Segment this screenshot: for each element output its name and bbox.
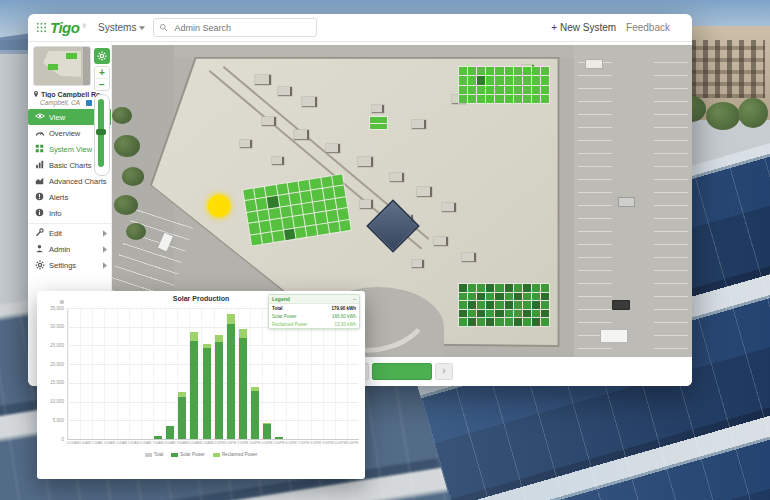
pv-module[interactable] bbox=[495, 301, 503, 309]
pv-module[interactable] bbox=[514, 318, 522, 326]
map-settings-button[interactable] bbox=[94, 48, 110, 64]
pv-module[interactable] bbox=[477, 67, 485, 75]
pv-module[interactable] bbox=[514, 310, 522, 318]
systems-dropdown[interactable]: Systems bbox=[98, 22, 145, 33]
pv-module[interactable] bbox=[477, 284, 485, 292]
pv-module[interactable] bbox=[477, 318, 485, 326]
pv-module[interactable] bbox=[468, 86, 476, 94]
pv-module[interactable] bbox=[495, 293, 503, 301]
pv-module[interactable] bbox=[477, 86, 485, 94]
pv-module[interactable] bbox=[312, 189, 324, 201]
pv-module[interactable] bbox=[486, 95, 494, 103]
pv-module[interactable] bbox=[260, 221, 272, 233]
pv-module[interactable] bbox=[291, 204, 303, 216]
pv-module[interactable] bbox=[337, 208, 349, 220]
pv-module[interactable] bbox=[282, 217, 294, 229]
feedback-button[interactable]: Feedback bbox=[626, 22, 670, 33]
pv-module[interactable] bbox=[306, 225, 318, 237]
pv-module[interactable] bbox=[505, 67, 513, 75]
pv-module[interactable] bbox=[468, 301, 476, 309]
pv-module[interactable] bbox=[459, 310, 467, 318]
pv-module[interactable] bbox=[505, 86, 513, 94]
pv-module[interactable] bbox=[468, 76, 476, 84]
zoom-in-button[interactable]: + bbox=[95, 67, 109, 79]
pv-module[interactable] bbox=[289, 193, 301, 205]
pv-module[interactable] bbox=[495, 310, 503, 318]
pv-module[interactable] bbox=[250, 234, 262, 246]
pv-module[interactable] bbox=[459, 95, 467, 103]
pv-module[interactable] bbox=[295, 227, 307, 239]
zoom-slider-handle[interactable] bbox=[96, 129, 106, 135]
pv-module[interactable] bbox=[288, 182, 300, 194]
pv-module[interactable] bbox=[459, 318, 467, 326]
pv-module[interactable] bbox=[532, 86, 540, 94]
pv-module[interactable] bbox=[495, 284, 503, 292]
pv-module[interactable] bbox=[495, 86, 503, 94]
pv-module[interactable] bbox=[335, 197, 347, 209]
pv-module[interactable] bbox=[326, 210, 338, 222]
pv-module[interactable] bbox=[486, 293, 494, 301]
pv-module[interactable] bbox=[486, 67, 494, 75]
pv-module[interactable] bbox=[313, 201, 325, 213]
pv-module[interactable] bbox=[334, 186, 346, 198]
pv-module[interactable] bbox=[541, 310, 549, 318]
pv-module[interactable] bbox=[265, 185, 277, 197]
pv-module[interactable] bbox=[247, 211, 259, 223]
pv-module[interactable] bbox=[532, 284, 540, 292]
search-input[interactable] bbox=[172, 22, 311, 34]
pv-module[interactable] bbox=[541, 95, 549, 103]
pv-module[interactable] bbox=[486, 284, 494, 292]
pv-module[interactable] bbox=[459, 301, 467, 309]
pv-module[interactable] bbox=[541, 284, 549, 292]
pv-module[interactable] bbox=[514, 95, 522, 103]
pv-module[interactable] bbox=[243, 189, 255, 201]
pv-module[interactable] bbox=[324, 199, 336, 211]
pv-module[interactable] bbox=[532, 301, 540, 309]
pv-module[interactable] bbox=[273, 230, 285, 242]
pv-module[interactable] bbox=[495, 318, 503, 326]
sidebar-item-settings[interactable]: Settings bbox=[28, 257, 111, 273]
pv-module[interactable] bbox=[468, 67, 476, 75]
pv-module[interactable] bbox=[505, 301, 513, 309]
pv-module[interactable] bbox=[256, 198, 268, 210]
pv-module[interactable] bbox=[486, 310, 494, 318]
pv-module[interactable] bbox=[370, 117, 387, 123]
pv-module[interactable] bbox=[300, 191, 312, 203]
pv-module[interactable] bbox=[332, 175, 344, 187]
pv-module[interactable] bbox=[245, 200, 257, 212]
sidebar-item-edit[interactable]: Edit bbox=[28, 223, 111, 241]
pv-module[interactable] bbox=[317, 223, 329, 235]
pv-module[interactable] bbox=[284, 228, 296, 240]
sidebar-item-info[interactable]: Info bbox=[28, 205, 111, 221]
pv-module[interactable] bbox=[486, 86, 494, 94]
pv-module[interactable] bbox=[249, 222, 261, 234]
pv-module[interactable] bbox=[468, 284, 476, 292]
pv-module[interactable] bbox=[523, 310, 531, 318]
pv-module[interactable] bbox=[477, 95, 485, 103]
new-system-button[interactable]: + New System bbox=[551, 22, 616, 33]
pv-module[interactable] bbox=[541, 301, 549, 309]
pv-module[interactable] bbox=[495, 95, 503, 103]
pv-module[interactable] bbox=[541, 76, 549, 84]
pv-module[interactable] bbox=[505, 95, 513, 103]
pv-module[interactable] bbox=[278, 195, 290, 207]
pv-module[interactable] bbox=[468, 318, 476, 326]
pv-module[interactable] bbox=[459, 293, 467, 301]
pv-module[interactable] bbox=[505, 284, 513, 292]
pv-module[interactable] bbox=[505, 310, 513, 318]
pv-module[interactable] bbox=[514, 284, 522, 292]
pv-module[interactable] bbox=[486, 301, 494, 309]
pv-module[interactable] bbox=[514, 301, 522, 309]
pv-module[interactable] bbox=[280, 206, 292, 218]
kiosk-icon[interactable] bbox=[86, 100, 92, 106]
pv-module[interactable] bbox=[532, 310, 540, 318]
pv-module[interactable] bbox=[258, 209, 270, 221]
pv-module[interactable] bbox=[495, 67, 503, 75]
pv-module[interactable] bbox=[468, 95, 476, 103]
zoom-slider[interactable] bbox=[94, 94, 110, 176]
sidebar-item-alerts[interactable]: Alerts bbox=[28, 189, 111, 205]
pv-module[interactable] bbox=[514, 86, 522, 94]
pv-module[interactable] bbox=[505, 76, 513, 84]
pv-module[interactable] bbox=[486, 318, 494, 326]
pv-module[interactable] bbox=[468, 293, 476, 301]
